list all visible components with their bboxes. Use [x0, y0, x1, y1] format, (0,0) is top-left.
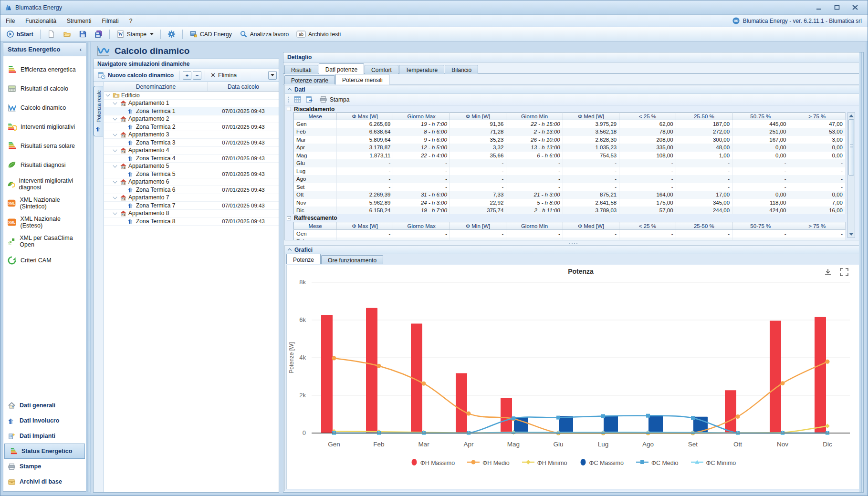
column-header-75[interactable]: > 75 % [789, 222, 846, 230]
column-header-med-w[interactable]: Φ Med [W] [563, 222, 619, 230]
tree-node-appartamento-3[interactable]: Appartamento 3 [104, 131, 279, 139]
sidebar-item-stampe[interactable]: Stampe [3, 459, 86, 474]
tree-node-appartamento-7[interactable]: Appartamento 7 [104, 194, 279, 202]
expander-icon[interactable] [105, 93, 110, 97]
sidebar-item-xml-nazionale-sintetico[interactable]: XMLXML Nazionale (Sintetico) [3, 194, 86, 213]
panel-right-grip[interactable] [859, 52, 863, 492]
tab-temperature[interactable]: Temperature [399, 65, 444, 74]
legend-item-h-massimo[interactable]: ΦH Massimo [411, 458, 455, 467]
sidebar-item-xml-nazionale-esteso[interactable]: XMLXML Nazionale (Esteso) [3, 213, 86, 232]
dati-vertical-scrollbar[interactable] [847, 112, 855, 238]
chart-fullscreen-icon[interactable] [840, 269, 848, 276]
tree-node-zona-termica-2[interactable]: Zona Termica 207/01/2025 09:43 [104, 123, 279, 131]
tree-column-denominazione[interactable]: Denominazione [104, 82, 208, 91]
expander-icon[interactable] [113, 100, 117, 104]
column-header-mese[interactable]: Mese [294, 113, 337, 120]
minimize-button[interactable] [813, 4, 825, 11]
expander-icon[interactable] [113, 210, 117, 215]
tree-node-zona-termica-1[interactable]: Zona Termica 107/01/2025 09:43 [104, 107, 279, 115]
close-button[interactable] [849, 4, 861, 11]
sidebar-item-risultati-diagnosi[interactable]: Risultati diagnosi [3, 155, 86, 175]
column-header-50-75[interactable]: 50-75 % [732, 113, 789, 120]
scroll-thumb[interactable] [848, 119, 854, 176]
sidebar-item-xml-per-casaclima-open[interactable]: XML per CasaClima Open [3, 232, 86, 251]
scroll-down-icon[interactable] [849, 233, 854, 236]
grafici-section-header[interactable]: Grafici [285, 246, 862, 254]
tree-node-appartamento-6[interactable]: Appartamento 6 [104, 178, 279, 186]
chart-download-icon[interactable] [825, 269, 831, 275]
tab-risultati[interactable]: Risultati [284, 65, 318, 74]
menu-file[interactable]: File [0, 16, 20, 26]
tree-node-appartamento-2[interactable]: Appartamento 2 [104, 115, 279, 124]
tree-node-zona-termica-5[interactable]: Zona Termica 507/01/2025 09:43 [104, 170, 279, 178]
archivio-testi-button[interactable]: ab Archivio testi [293, 29, 344, 39]
column-header-mese[interactable]: Mese [294, 222, 337, 230]
toolbar-grip[interactable] [288, 96, 290, 103]
menu-filmati[interactable]: Filmati [96, 16, 124, 26]
expander-icon[interactable] [113, 195, 117, 199]
sidebar-item-interventi-migliorativi[interactable]: Interventi migliorativi [3, 117, 86, 136]
collapse-box-icon[interactable]: − [287, 107, 291, 111]
column-header-25-50[interactable]: 25-50 % [676, 113, 732, 120]
new-file-button[interactable] [44, 29, 58, 40]
column-header-50-75[interactable]: 50-75 % [732, 222, 789, 230]
column-header-max-w[interactable]: Φ Max [W] [337, 113, 393, 120]
stampe-button[interactable]: W Stampe [114, 29, 157, 40]
column-header-giorno-min[interactable]: Giorno Min [506, 222, 563, 230]
sidebar-item-dati-involucro[interactable]: Dati Involucro [3, 413, 86, 428]
sections-splitter[interactable] [284, 241, 862, 245]
sidebar-item-dati-impianti[interactable]: Dati Impianti [3, 428, 86, 444]
tree-node-zona-termica-7[interactable]: Zona Termica 707/01/2025 09:43 [104, 202, 279, 210]
graf-tab-potenze[interactable]: Potenze [286, 254, 321, 264]
tree-node-edificio[interactable]: Edificio [104, 92, 279, 100]
sidebar-splitter[interactable] [87, 42, 91, 492]
sidebar-item-archivi-di-base[interactable]: Archivi di base [3, 474, 86, 489]
collapse-box-icon[interactable]: − [287, 216, 291, 220]
save-all-button[interactable] [92, 29, 105, 40]
tree-node-appartamento-1[interactable]: Appartamento 1 [104, 100, 279, 108]
sidebar-collapse-icon[interactable]: ‹ [80, 46, 82, 53]
analizza-lavoro-button[interactable]: Analizza lavoro [237, 29, 292, 40]
sidebar-item-criteri-cam[interactable]: Criteri CAM [3, 251, 86, 270]
legend-item-h-medio[interactable]: ΦH Medio [467, 459, 510, 467]
column-header-giorno-max[interactable]: Giorno Max [393, 113, 450, 120]
tree-node-appartamento-8[interactable]: Appartamento 8 [104, 210, 279, 218]
menu-[interactable]: ? [124, 16, 138, 26]
tree-column-data-calcolo[interactable]: Data calcolo [208, 82, 279, 91]
tree-node-appartamento-4[interactable]: Appartamento 4 [104, 147, 279, 155]
raffrescamento-group-header[interactable]: − Raffrescamento [285, 214, 862, 222]
column-header-25[interactable]: < 25 % [619, 113, 676, 120]
bstart-button[interactable]: bStart [3, 29, 36, 40]
sidebar-item-status-energetico[interactable]: Status Energetico [4, 444, 85, 459]
legend-item-h-minimo[interactable]: ΦH Minimo [522, 459, 567, 467]
new-calc-button[interactable]: Nuovo calcolo dinamico [95, 70, 176, 80]
save-button[interactable] [76, 29, 90, 40]
tree-node-zona-termica-3[interactable]: Zona Termica 307/01/2025 09:43 [104, 139, 279, 147]
open-button[interactable] [60, 29, 74, 40]
delete-button[interactable]: ✕ Elimina [209, 71, 239, 80]
expander-icon[interactable] [113, 163, 117, 167]
riscaldamento-group-header[interactable]: − Riscaldamento [285, 105, 862, 113]
column-header-25[interactable]: < 25 % [619, 222, 676, 230]
subtab-potenze-mensili[interactable]: Potenze mensili [335, 74, 389, 84]
column-header-giorno-max[interactable]: Giorno Max [393, 222, 450, 230]
navigator-more-button[interactable] [268, 71, 277, 80]
collapse-all-button[interactable]: − [193, 71, 201, 80]
maximize-button[interactable] [831, 4, 843, 11]
legend-item-c-medio[interactable]: ΦC Medio [636, 459, 679, 467]
column-header-min-w[interactable]: Φ Min [W] [450, 222, 506, 230]
sidebar-item-risultati-di-calcolo[interactable]: Risultati di calcolo [3, 79, 86, 98]
settings-button[interactable] [165, 29, 178, 40]
stampa-button[interactable]: Stampa [317, 94, 351, 104]
tab-dati-potenze[interactable]: Dati potenze [319, 63, 364, 74]
tree-node-appartamento-5[interactable]: Appartamento 5 [104, 163, 279, 171]
column-header-75[interactable]: > 75 % [789, 113, 846, 120]
cad-energy-button[interactable]: CAD Energy [187, 29, 235, 40]
column-header-med-w[interactable]: Φ Med [W] [563, 113, 619, 120]
tab-potenza-reale[interactable]: Potenza reale [94, 86, 103, 136]
tree-node-zona-termica-4[interactable]: Zona Termica 407/01/2025 09:43 [104, 155, 279, 163]
sidebar-item-risultati-serra-solare[interactable]: Risultati serra solare [3, 136, 86, 155]
column-header-min-w[interactable]: Φ Min [W] [450, 113, 506, 120]
expander-icon[interactable] [113, 132, 117, 136]
export-table-button[interactable] [305, 95, 314, 103]
